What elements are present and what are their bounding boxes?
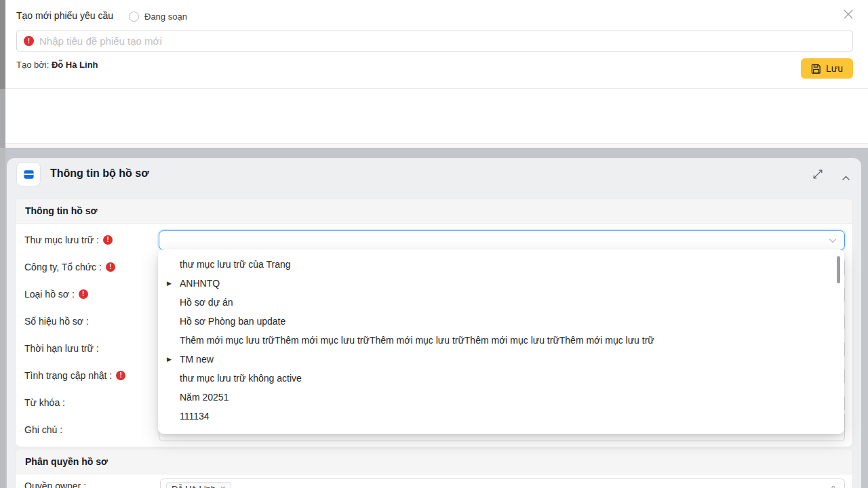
owner-tag-label: Đỗ Hà Linh [172, 484, 216, 488]
required-icon: ! [116, 371, 125, 380]
dropdown-option[interactable]: Hồ sơ dự án [158, 293, 844, 312]
dossier-panel: Thông tin bộ hồ sơ Thông tin hồ sơ Thư m… [7, 158, 861, 488]
person-icon [829, 484, 837, 488]
field-label-thu-muc-luu-tru: Thư mục lưu trữ :! [24, 235, 113, 245]
dossier-panel-icon-box [16, 162, 41, 186]
save-button[interactable]: Lưu [801, 58, 853, 79]
title-input-placeholder: Nhập tiêu đề phiếu tạo mới [39, 35, 162, 47]
draft-radio-label: Đang soạn [144, 12, 187, 22]
tag-close-icon[interactable]: ✕ [220, 485, 226, 488]
page-edge-strip [0, 148, 5, 488]
required-icon: ! [106, 262, 115, 272]
field-label-tu-khoa: Từ khóa : [24, 397, 65, 408]
required-icon: ! [79, 289, 88, 299]
title-input[interactable]: ! Nhập tiêu đề phiếu tạo mới [16, 30, 853, 52]
save-icon [811, 64, 821, 74]
dropdown-option[interactable]: Thêm mới mục lưu trữThêm mới mục lưu trữ… [158, 331, 844, 350]
owner-input[interactable]: Đỗ Hà Linh ✕ [160, 479, 845, 488]
page-edge-strip [0, 89, 5, 148]
required-icon: ! [24, 36, 34, 46]
dropdown-option[interactable]: thư mục lưu trữ của Trang [158, 255, 844, 274]
required-icon: ! [103, 235, 113, 245]
dossier-icon [22, 168, 35, 181]
owner-tag: Đỗ Hà Linh ✕ [166, 482, 231, 488]
page-edge-strip [0, 0, 5, 89]
storage-folder-dropdown: thư mục lưu trữ của Trang ▶ANHNTQ Hồ sơ … [158, 249, 844, 434]
created-by-label: Tạo bởi: [16, 60, 49, 70]
chevron-up-icon[interactable] [842, 171, 850, 177]
create-request-modal: Tạo mới phiếu yêu cầu Đang soạn ! Nhập t… [0, 0, 868, 488]
field-label-thoi-han-luu-tru: Thời hạn lưu trữ : [24, 343, 99, 354]
panel-title: Thông tin bộ hồ sơ [50, 167, 149, 180]
chevron-down-icon [829, 238, 837, 243]
expander-icon[interactable]: ▶ [167, 356, 172, 363]
permission-title: Phân quyền hồ sơ [16, 449, 852, 474]
field-label-so-hieu-ho-so: Số hiệu hồ sơ : [24, 316, 89, 327]
request-meta: Nhóm yêu cầu : Quản lý yêu cầu xử lý hồ … [5, 89, 868, 144]
expander-icon[interactable]: ▶ [167, 280, 172, 287]
dropdown-scrollbar[interactable] [837, 256, 840, 283]
save-button-label: Lưu [826, 63, 843, 74]
close-icon[interactable] [842, 8, 854, 20]
dropdown-option[interactable]: thư mục lưu trữ không active [158, 369, 844, 388]
owner-label: Quyền owner : [24, 481, 86, 488]
record-info-title: Thông tin hồ sơ [16, 199, 852, 224]
draft-radio[interactable] [129, 12, 139, 22]
created-by-value: Đỗ Hà Linh [52, 60, 98, 70]
dropdown-option[interactable]: Năm 20251 [158, 388, 844, 407]
field-label-cong-ty-to-chuc: Công ty, Tổ chức :! [24, 262, 115, 272]
modal-title: Tạo mới phiếu yêu cầu [16, 10, 113, 21]
field-label-ghi-chu: Ghi chú : [24, 424, 62, 435]
permission-card: Phân quyền hồ sơ Quyền owner : Đỗ Hà Lin… [15, 449, 853, 488]
expand-icon[interactable] [812, 169, 823, 180]
created-by: Tạo bởi: Đỗ Hà Linh [16, 60, 98, 70]
status-radio-group[interactable]: Đang soạn [129, 12, 187, 22]
field-label-loai-ho-so: Loại hồ sơ :! [24, 289, 88, 300]
dropdown-option[interactable]: Hồ sơ Phòng ban update [158, 312, 844, 331]
dropdown-option[interactable]: 111134 [158, 407, 844, 426]
dropdown-option[interactable]: ▶TM new [158, 350, 844, 369]
modal-header: Tạo mới phiếu yêu cầu Đang soạn ! Nhập t… [5, 0, 868, 89]
field-label-tinh-trang-cap-nhat: Tình trạng cập nhật :! [24, 370, 125, 381]
storage-folder-select[interactable] [159, 230, 845, 250]
dropdown-option[interactable]: ▶ANHNTQ [158, 274, 844, 293]
